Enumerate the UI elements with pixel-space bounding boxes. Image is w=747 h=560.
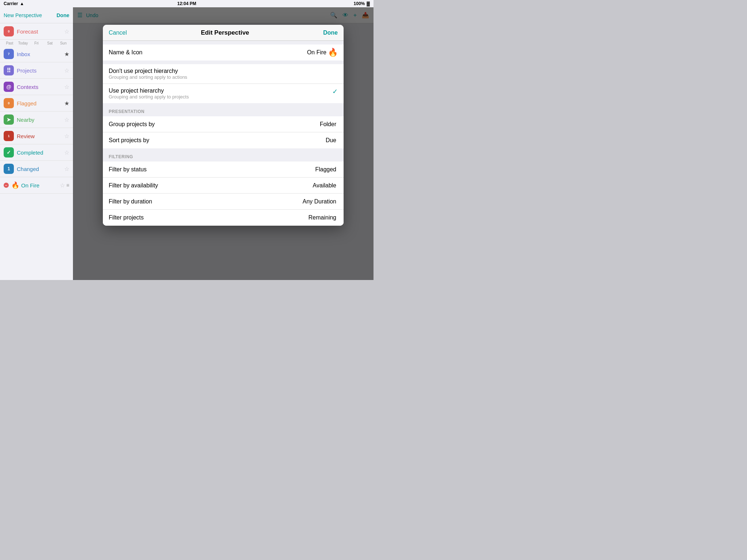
filter-by-status-row[interactable]: Filter by status Flagged (103, 162, 344, 178)
filtering-section-header: FILTERING (103, 148, 344, 162)
sort-projects-by-value: Due (326, 137, 336, 144)
status-bar: Carrier ▲ 12:04 PM 100% ▓ (0, 0, 374, 7)
sidebar-item-review[interactable]: 1 Review ☆ (0, 128, 73, 144)
nearby-label: Nearby (17, 117, 34, 123)
main-content: ☰ Undo 🔍 👁 + 📥 Cancel Edit Perspective D… (73, 7, 374, 280)
flagged-icon: 0 (4, 98, 14, 108)
filter-by-duration-value: Any Duration (303, 198, 337, 205)
inbox-star[interactable]: ★ (64, 51, 69, 58)
sidebar-item-changed[interactable]: 1 Changed ☆ (0, 161, 73, 177)
modal-presentation-group: Group projects by Folder Sort projects b… (103, 116, 344, 148)
projects-icon: ⠿ (4, 65, 14, 75)
sidebar-item-nearby[interactable]: ➤ Nearby ☆ (0, 112, 73, 128)
modal-presentation-section: PRESENTATION Group projects by Folder So… (103, 103, 344, 148)
name-icon-value: On Fire (307, 49, 326, 56)
modal-filtering-section: FILTERING Filter by status Flagged Filte… (103, 148, 344, 226)
wifi-icon: ▲ (20, 1, 24, 6)
forecast-star[interactable]: ☆ (64, 28, 69, 35)
sidebar-new-perspective-title: New Perspective (4, 12, 42, 18)
forecast-sun: Sun (57, 41, 69, 45)
filter-projects-row[interactable]: Filter projects Remaining (103, 210, 344, 226)
sidebar-header: New Perspective Done (0, 7, 73, 23)
use-hierarchy-label: Use project hierarchy (109, 88, 332, 94)
forecast-label: Forecast (17, 28, 38, 35)
sidebar-item-contexts[interactable]: @ Contexts ☆ (0, 79, 73, 95)
onfire-flame-icon: 🔥 (10, 180, 20, 190)
filter-by-availability-value: Available (313, 182, 336, 189)
review-icon: 1 (4, 131, 14, 141)
inbox-icon: 7 (4, 49, 14, 59)
projects-star[interactable]: ☆ (64, 67, 69, 74)
filter-projects-label: Filter projects (109, 214, 309, 221)
use-hierarchy-checkmark: ✓ (332, 88, 338, 96)
onfire-star[interactable]: ☆ (60, 182, 65, 189)
dont-use-hierarchy-sub: Grouping and sorting apply to actions (109, 74, 187, 80)
use-hierarchy-sub: Grouping and sorting apply to projects (109, 94, 332, 100)
dont-use-hierarchy-row[interactable]: Don't use project hierarchy Grouping and… (103, 64, 344, 84)
status-time: 12:04 PM (177, 1, 196, 6)
filter-by-availability-label: Filter by availability (109, 182, 313, 189)
modal-name-section: Name & Icon On Fire 🔥 (103, 41, 344, 61)
sidebar-item-projects[interactable]: ⠿ Projects ☆ (0, 62, 73, 79)
completed-icon: ✓ (4, 147, 14, 158)
filter-by-status-value: Flagged (315, 166, 336, 173)
flagged-star[interactable]: ★ (64, 100, 69, 107)
forecast-icon: 0 (4, 26, 14, 36)
modal-cancel-button[interactable]: Cancel (109, 30, 127, 36)
battery-icon: ▓ (367, 1, 370, 6)
completed-label: Completed (17, 149, 43, 156)
changed-icon: 1 (4, 164, 14, 174)
completed-star[interactable]: ☆ (64, 149, 69, 156)
filter-by-availability-row[interactable]: Filter by availability Available (103, 178, 344, 194)
carrier-label: Carrier (4, 1, 18, 6)
nearby-icon: ➤ (4, 114, 14, 125)
filter-by-duration-row[interactable]: Filter by duration Any Duration (103, 194, 344, 210)
sidebar-item-flagged[interactable]: 0 Flagged ★ (0, 95, 73, 112)
forecast-today: Today (17, 41, 29, 45)
presentation-section-header: PRESENTATION (103, 103, 344, 116)
sidebar-item-forecast[interactable]: 0 Forecast ☆ (0, 23, 73, 40)
name-icon-label: Name & Icon (109, 49, 307, 56)
modal-overlay: Cancel Edit Perspective Done Name & Icon… (73, 7, 374, 280)
edit-perspective-modal: Cancel Edit Perspective Done Name & Icon… (103, 25, 344, 226)
projects-label: Projects (17, 67, 36, 74)
modal-hierarchy-group: Don't use project hierarchy Grouping and… (103, 64, 344, 103)
sidebar-done-button[interactable]: Done (57, 12, 69, 18)
review-label: Review (17, 133, 35, 139)
onfire-handle-icon: ≡ (66, 182, 69, 188)
battery-label: 100% (354, 1, 365, 6)
forecast-past: Past (4, 41, 16, 45)
modal-filtering-group: Filter by status Flagged Filter by avail… (103, 162, 344, 226)
filter-projects-value: Remaining (309, 214, 336, 221)
flagged-label: Flagged (17, 100, 36, 106)
nearby-star[interactable]: ☆ (64, 116, 69, 123)
use-hierarchy-row[interactable]: Use project hierarchy Grouping and sorti… (103, 84, 344, 103)
changed-label: Changed (17, 166, 39, 172)
sidebar-item-completed[interactable]: ✓ Completed ☆ (0, 144, 73, 161)
group-projects-by-value: Folder (320, 121, 336, 128)
onfire-label: On Fire (21, 182, 39, 188)
contexts-icon: @ (4, 82, 14, 92)
group-projects-by-label: Group projects by (109, 121, 320, 128)
contexts-label: Contexts (17, 84, 38, 90)
group-projects-by-row[interactable]: Group projects by Folder (103, 116, 344, 132)
sidebar-item-inbox[interactable]: 7 Inbox ★ (0, 46, 73, 62)
dont-use-hierarchy-label: Don't use project hierarchy (109, 68, 178, 74)
app-container: New Perspective Done 0 Forecast ☆ Past T… (0, 7, 374, 280)
modal-header: Cancel Edit Perspective Done (103, 25, 344, 41)
changed-star[interactable]: ☆ (64, 166, 69, 172)
forecast-fri: Fri (31, 41, 43, 45)
modal-name-group: Name & Icon On Fire 🔥 (103, 44, 344, 61)
inbox-label: Inbox (17, 51, 30, 57)
onfire-minus-badge: − (4, 183, 9, 188)
review-star[interactable]: ☆ (64, 133, 69, 140)
modal-name-icon-row[interactable]: Name & Icon On Fire 🔥 (103, 44, 344, 61)
sort-projects-by-row[interactable]: Sort projects by Due (103, 132, 344, 148)
filter-by-duration-label: Filter by duration (109, 198, 303, 205)
modal-title: Edit Perspective (201, 29, 249, 36)
modal-done-button[interactable]: Done (323, 30, 338, 36)
flame-icon: 🔥 (328, 48, 338, 57)
sidebar-item-onfire[interactable]: − 🔥 On Fire ☆ ≡ (0, 177, 73, 194)
contexts-star[interactable]: ☆ (64, 83, 69, 90)
modal-hierarchy-section: Don't use project hierarchy Grouping and… (103, 61, 344, 103)
